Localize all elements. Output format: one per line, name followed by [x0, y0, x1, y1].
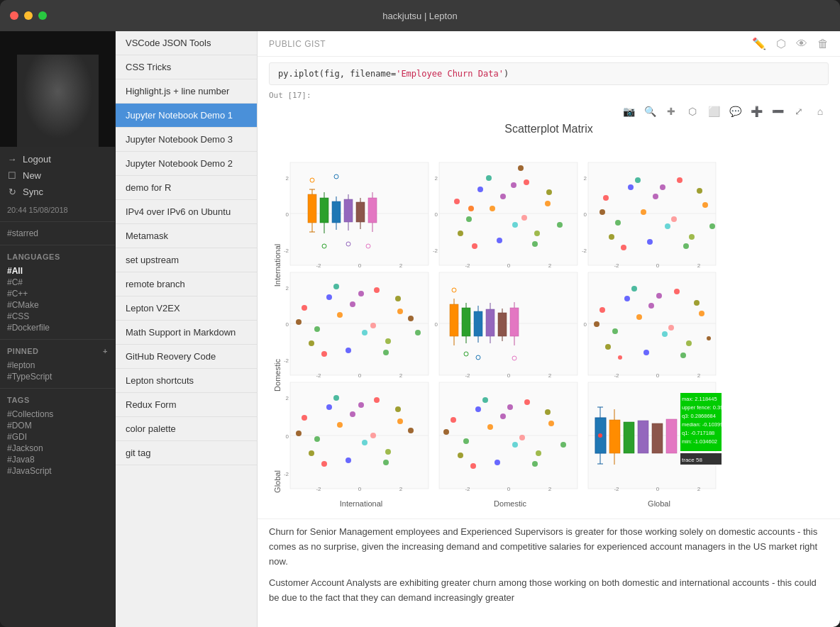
svg-point-216 — [333, 395, 339, 401]
svg-point-141 — [697, 188, 702, 194]
svg-text:-2: -2 — [614, 372, 619, 379]
svg-point-220 — [383, 460, 389, 465]
camera-tool[interactable]: 📷 — [620, 103, 637, 120]
lang-cmake[interactable]: #CMake — [7, 299, 108, 311]
lang-all[interactable]: #All — [7, 265, 108, 277]
svg-point-146 — [326, 294, 332, 300]
minimize-button[interactable] — [24, 11, 33, 20]
svg-point-120 — [532, 241, 538, 247]
new-action[interactable]: ☐ New — [7, 169, 108, 182]
pinned-header: PINNED + — [0, 343, 115, 357]
maximize-button[interactable] — [38, 11, 47, 20]
snippet-redux-form[interactable]: Redux Form — [116, 393, 257, 417]
snippet-demo-r[interactable]: demo for R — [116, 176, 257, 200]
svg-text:0: 0 — [358, 262, 362, 269]
snippet-math-markdown[interactable]: Math Support in Markdown — [116, 321, 257, 345]
zoom-tool[interactable]: 🔍 — [641, 103, 658, 120]
svg-point-228 — [500, 414, 506, 419]
lang-cpp[interactable]: #C++ — [7, 288, 108, 299]
tag-javascript[interactable]: #JavaScript — [7, 465, 108, 477]
zoom-out-tool[interactable]: ➖ — [769, 103, 786, 120]
snippet-css-tricks[interactable]: CSS Tricks — [116, 55, 257, 79]
close-button[interactable] — [10, 11, 18, 20]
svg-point-127 — [628, 184, 634, 190]
svg-point-208 — [337, 422, 343, 428]
svg-point-221 — [395, 406, 401, 412]
svg-point-148 — [350, 301, 355, 307]
svg-text:0: 0 — [507, 372, 511, 379]
svg-text:0: 0 — [656, 262, 660, 269]
svg-point-105 — [454, 199, 460, 204]
autoscale-tool[interactable]: ⤢ — [790, 103, 807, 120]
svg-text:International: International — [273, 244, 282, 287]
svg-point-151 — [385, 338, 391, 344]
snippet-highlightjs[interactable]: Highlight.js + line number — [116, 79, 257, 104]
snippet-metamask[interactable]: Metamask — [116, 224, 257, 248]
svg-point-139 — [671, 216, 677, 222]
tag-java8[interactable]: #Java8 — [7, 454, 108, 465]
lang-css[interactable]: #CSS — [7, 311, 108, 322]
snippet-jupyter-1[interactable]: Jupyter Notebook Demo 1 — [116, 104, 257, 128]
svg-point-238 — [519, 435, 525, 440]
svg-text:2: 2 — [435, 175, 438, 182]
paragraph-1: Churn for Senior Management employees an… — [269, 525, 829, 569]
eye-icon[interactable]: 👁 — [796, 38, 807, 50]
snippet-github-recovery[interactable]: GitHub Reovery Code — [116, 345, 257, 369]
svg-text:0: 0 — [656, 372, 660, 379]
svg-text:q3: 0.2868684: q3: 0.2868684 — [682, 413, 716, 419]
svg-text:2: 2 — [399, 372, 403, 379]
snippet-git-tag[interactable]: git tag — [116, 441, 257, 465]
svg-rect-179 — [510, 308, 519, 336]
snippet-lepton-shortcuts[interactable]: Lepton shortcuts — [116, 369, 257, 393]
logout-action[interactable]: → Logout — [7, 152, 108, 166]
svg-text:0: 0 — [435, 321, 438, 328]
starred-tag[interactable]: #starred — [7, 228, 108, 239]
lang-csharp[interactable]: #C# — [7, 277, 108, 288]
svg-point-235 — [482, 397, 488, 403]
svg-point-237 — [507, 404, 513, 410]
lasso-tool[interactable]: ⬡ — [684, 103, 701, 120]
snippet-color-palette[interactable]: color palette — [116, 417, 257, 441]
avatar — [0, 31, 116, 147]
snippet-remote-branch[interactable]: remote branch — [116, 272, 257, 296]
svg-rect-88 — [332, 201, 341, 223]
tag-jackson[interactable]: #Jackson — [7, 443, 108, 454]
svg-text:Domestic: Domestic — [494, 499, 526, 508]
home-tool[interactable]: ⌂ — [812, 103, 829, 120]
pinned-typescript[interactable]: #TypeScript — [7, 371, 108, 382]
svg-point-145 — [314, 326, 320, 332]
svg-point-209 — [350, 411, 355, 417]
trash-icon[interactable]: 🗑 — [817, 38, 829, 50]
tag-collections[interactable]: #Collections — [7, 409, 108, 420]
snippet-lepton-v2ex[interactable]: Lepton V2EX — [116, 296, 257, 321]
tag-gdi[interactable]: #GDI — [7, 431, 108, 443]
snippet-vscode-json[interactable]: VSCode JSON Tools — [116, 31, 257, 55]
snippet-jupyter-2[interactable]: Jupyter Notebook Demo 2 — [116, 152, 257, 176]
sync-action[interactable]: ↻ Sync — [7, 185, 108, 199]
zoom-in-tool[interactable]: ➕ — [748, 103, 765, 120]
snippet-jupyter-3[interactable]: Jupyter Notebook Demo 3 — [116, 128, 257, 152]
svg-point-206 — [314, 436, 320, 442]
svg-point-154 — [321, 351, 327, 357]
svg-point-109 — [500, 194, 506, 199]
lang-dockerfile[interactable]: #Dockerfile — [7, 322, 108, 333]
svg-point-152 — [397, 309, 403, 314]
snippet-ipv4[interactable]: IPv4 over IPv6 on Ubuntu — [116, 200, 257, 224]
svg-line-5 — [27, 79, 43, 99]
svg-point-219 — [370, 433, 376, 438]
comment-tool[interactable]: 💬 — [726, 103, 744, 120]
plus-tool[interactable]: ✚ — [663, 103, 680, 120]
svg-point-117 — [497, 238, 502, 243]
edit-icon[interactable]: ✏️ — [752, 37, 766, 50]
external-link-icon[interactable]: ⬡ — [776, 37, 786, 50]
main-layout: → Logout ☐ New ↻ Sync 20:44 15/08/2018 # — [0, 31, 840, 627]
svg-point-157 — [358, 291, 364, 296]
window-title: hackjutsu | Lepton — [382, 11, 457, 21]
svg-point-236 — [494, 460, 500, 465]
svg-point-213 — [397, 418, 403, 424]
pinned-lepton[interactable]: #lepton — [7, 360, 108, 371]
rect-select-tool[interactable]: ⬜ — [705, 103, 722, 120]
tag-dom[interactable]: #DOM — [7, 420, 108, 431]
snippet-set-upstream[interactable]: set upstream — [116, 248, 257, 272]
add-pinned-button[interactable]: + — [103, 347, 108, 355]
